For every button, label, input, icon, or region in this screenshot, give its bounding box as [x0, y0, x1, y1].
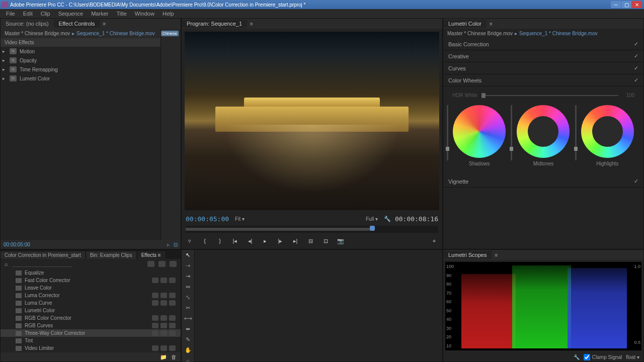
hand-tool-icon[interactable]: ✋ — [184, 347, 192, 355]
go-to-in-icon[interactable]: |◂ — [231, 238, 239, 245]
disclosure-icon[interactable]: ▸ — [3, 49, 7, 54]
ec-keyframe-timeline[interactable]: Chinese — [160, 29, 181, 240]
delete-icon[interactable]: 🗑 — [171, 354, 177, 360]
effect-list-item[interactable]: Fast Color Corrector — [1, 277, 181, 284]
clamp-signal-checkbox[interactable]: Clamp Signal — [584, 354, 622, 360]
fx-badge-icon[interactable]: fx — [10, 48, 17, 54]
new-bin-icon[interactable]: 📁 — [160, 354, 167, 360]
effect-opacity[interactable]: Opacity — [20, 58, 169, 63]
fx-badge-icon[interactable]: fx — [10, 75, 17, 81]
program-timebar[interactable] — [186, 226, 438, 233]
menu-help[interactable]: Help — [158, 11, 178, 17]
tab-effects[interactable]: Effects ≡ — [137, 251, 165, 259]
menu-marker[interactable]: Marker — [87, 11, 112, 17]
add-marker-icon[interactable]: ▿ — [186, 238, 194, 245]
tab-lumetri-scopes[interactable]: Lumetri Scopes — [443, 251, 492, 259]
scopes-bitdepth-dropdown[interactable]: float ▾ — [626, 354, 639, 360]
search-icon[interactable]: ⌕ — [5, 261, 8, 267]
disclosure-icon[interactable]: ▸ — [3, 58, 7, 63]
effect-lumetri-color[interactable]: Lumetri Color — [20, 76, 169, 81]
tab-bin[interactable]: Bin: Example Clips — [86, 251, 136, 259]
tab-program[interactable]: Program: Sequence_1 — [182, 20, 247, 28]
panel-menu-icon[interactable]: ≡ — [490, 21, 493, 27]
ec-zoomin-icon[interactable]: ▹ — [167, 242, 170, 247]
panel-menu-icon[interactable]: ≡ — [495, 252, 498, 258]
track-select-tool-icon[interactable]: ⇢ — [184, 262, 192, 270]
lift-icon[interactable]: ⊟ — [306, 238, 314, 245]
ripple-edit-tool-icon[interactable]: ⇥ — [184, 273, 192, 281]
fx-accelerated-icon[interactable] — [147, 261, 154, 267]
effect-motion[interactable]: Motion — [20, 49, 169, 54]
mark-out-icon[interactable]: } — [216, 238, 224, 245]
settings-wrench-icon[interactable]: 🔧 — [384, 216, 391, 222]
panel-menu-icon[interactable]: ≡ — [103, 21, 106, 27]
tab-project[interactable]: Color Correction in Premiere_start — [1, 251, 85, 259]
lum-sequence-clip[interactable]: Sequence_1 * Chinese Bridge.mov — [519, 31, 598, 36]
menu-edit[interactable]: Edit — [19, 11, 37, 17]
shadows-luma-slider[interactable] — [447, 105, 448, 160]
zoom-tool-icon[interactable]: ⌕ — [184, 357, 192, 362]
fx-yuv-icon[interactable] — [170, 261, 177, 267]
checkmark-icon[interactable]: ✓ — [634, 65, 638, 71]
fx-32bit-icon[interactable] — [158, 261, 166, 267]
shadows-color-wheel[interactable]: + — [453, 105, 506, 158]
midtones-color-wheel[interactable] — [517, 105, 570, 158]
menu-sequence[interactable]: Sequence — [54, 11, 88, 17]
effects-search-input[interactable] — [12, 261, 72, 267]
slip-tool-icon[interactable]: ⟷ — [184, 315, 192, 323]
program-current-timecode[interactable]: 00:00:05:00 — [186, 215, 229, 223]
lum-section-curves[interactable]: Curves ✓ — [443, 62, 643, 74]
close-button[interactable]: ✕ — [632, 1, 642, 8]
resolution-dropdown[interactable]: Full ▾ — [364, 216, 380, 222]
zoom-fit-dropdown[interactable]: Fit ▾ — [233, 216, 247, 222]
mark-in-icon[interactable]: { — [201, 238, 209, 245]
panel-menu-icon[interactable]: ≡ — [250, 21, 253, 27]
tab-lumetri-color[interactable]: Lumetri Color — [443, 20, 487, 28]
minimize-button[interactable]: ─ — [611, 1, 621, 8]
program-video-area[interactable] — [185, 32, 439, 210]
ec-timecode[interactable]: 00:00:05:00 — [4, 242, 30, 247]
effect-list-item[interactable]: Equalize — [1, 269, 181, 277]
effect-list-item[interactable]: Tint — [1, 337, 181, 344]
razor-tool-icon[interactable]: ✂ — [184, 305, 192, 313]
scopes-wrench-icon[interactable]: 🔧 — [574, 354, 580, 360]
lum-section-vignette[interactable]: Vignette ✓ — [443, 175, 643, 188]
step-forward-icon[interactable]: |▸ — [276, 238, 284, 245]
menu-title[interactable]: Title — [112, 11, 130, 17]
lum-section-color-wheels[interactable]: Color Wheels ✓ — [443, 74, 643, 86]
playhead-marker-icon[interactable] — [370, 226, 375, 231]
checkmark-icon[interactable]: ✓ — [634, 77, 638, 83]
pen-tool-icon[interactable]: ✎ — [184, 336, 192, 344]
effect-list-item[interactable]: Lumetri Color — [1, 307, 181, 314]
tab-source[interactable]: Source: (no clips) — [1, 20, 54, 28]
disclosure-icon[interactable]: ▸ — [3, 67, 7, 72]
disclosure-icon[interactable]: ▸ — [3, 76, 7, 81]
checkmark-icon[interactable]: ✓ — [634, 41, 638, 47]
effect-list-item[interactable]: Three-Way Color Corrector — [1, 329, 181, 337]
lum-section-creative[interactable]: Creative ✓ — [443, 50, 643, 62]
checkmark-icon[interactable]: ✓ — [634, 53, 638, 59]
menu-clip[interactable]: Clip — [37, 11, 54, 17]
rolling-edit-tool-icon[interactable]: ⇔ — [184, 284, 192, 292]
tab-effect-controls[interactable]: Effect Controls — [54, 20, 100, 28]
checkmark-icon[interactable]: ✓ — [634, 178, 638, 185]
effect-list-item[interactable]: Leave Color — [1, 284, 181, 292]
selection-tool-icon[interactable]: ↖ — [184, 252, 192, 260]
play-icon[interactable]: ▸ — [261, 238, 269, 245]
effect-time-remapping[interactable]: Time Remapping — [20, 67, 179, 72]
panel-menu-icon[interactable]: ≡ — [158, 252, 161, 258]
highlights-color-wheel[interactable] — [581, 105, 634, 158]
effect-list-item[interactable]: Video Limiter — [1, 344, 181, 352]
ec-zoomout-icon[interactable]: ⊡ — [174, 242, 178, 247]
effect-list-item[interactable]: RGB Color Corrector — [1, 314, 181, 322]
rate-stretch-tool-icon[interactable]: ⤡ — [184, 294, 192, 302]
ec-sequence-clip[interactable]: Sequence_1 * Chinese Bridge.mov — [76, 31, 155, 36]
highlights-luma-slider[interactable] — [575, 105, 577, 160]
scopes-display[interactable]: 100908070605040302010 1.0 0.5 — [445, 262, 641, 350]
go-to-out-icon[interactable]: ▸| — [291, 238, 299, 245]
slide-tool-icon[interactable]: ⬌ — [184, 326, 192, 334]
export-frame-icon[interactable]: 📷 — [337, 238, 345, 245]
extract-icon[interactable]: ⊡ — [321, 238, 330, 245]
effect-list-item[interactable]: RGB Curves — [1, 322, 181, 329]
effect-list-item[interactable]: Luma Curve — [1, 299, 181, 307]
